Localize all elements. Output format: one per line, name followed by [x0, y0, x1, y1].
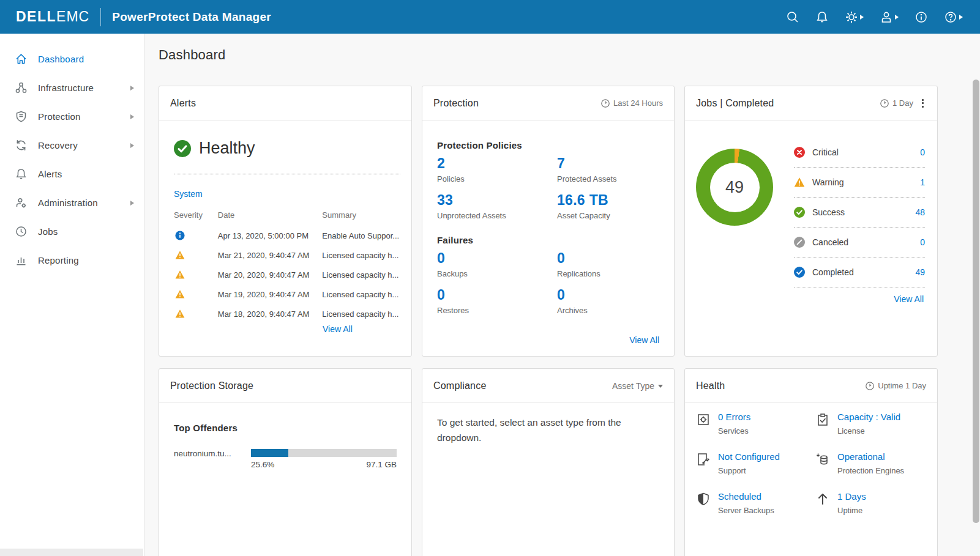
sidebar-item-infrastructure[interactable]: Infrastructure [0, 73, 144, 102]
info-button[interactable] [911, 7, 932, 28]
sidebar-item-label: Jobs [38, 226, 58, 237]
health-sublabel: Server Backups [718, 506, 774, 515]
list-item[interactable]: Success 48 [794, 198, 925, 228]
sidebar-item-administration[interactable]: Administration [0, 188, 144, 217]
health-item-license: Capacity : Valid License [815, 412, 930, 436]
user-menu-button[interactable] [876, 7, 902, 28]
sidebar: Dashboard Infrastructure Protection Reco… [0, 34, 144, 556]
protection-view-all-link[interactable]: View All [629, 335, 659, 345]
stat-label: Asset Capacity [557, 211, 677, 220]
legend-count[interactable]: 48 [915, 207, 925, 217]
table-row[interactable]: Apr 13, 2020, 5:00:00 PM Enable Auto Sup… [174, 226, 400, 245]
time-range-control[interactable]: 1 Day [880, 98, 926, 109]
support-status-link[interactable]: Not Configured [718, 451, 780, 462]
expand-arrow-icon[interactable] [130, 114, 134, 119]
help-icon [944, 10, 957, 24]
uptime-status-link[interactable]: 1 Days [837, 491, 866, 502]
sidebar-item-reporting[interactable]: Reporting [0, 246, 144, 275]
offender-bar-fill [251, 449, 288, 457]
stat-restores[interactable]: 0 Restores [437, 287, 557, 315]
alerts-card: Alerts Healthy System Severity Date [159, 86, 412, 357]
card-title: Alerts [170, 98, 196, 109]
stat-backups[interactable]: 0 Backups [437, 250, 557, 278]
services-icon [696, 412, 711, 427]
sidebar-item-label: Administration [38, 198, 98, 208]
list-item[interactable]: Critical 0 [794, 138, 925, 168]
sidebar-collapse-bar[interactable] [0, 549, 143, 556]
sidebar-item-alerts[interactable]: Alerts [0, 160, 144, 188]
list-item[interactable]: Completed 49 [794, 258, 925, 287]
alert-summary: Licensed capacity h... [322, 290, 400, 299]
legend-count[interactable]: 0 [920, 237, 925, 247]
expand-arrow-icon[interactable] [130, 201, 134, 206]
stat-replications[interactable]: 0 Replications [557, 250, 677, 278]
expand-arrow-icon[interactable] [130, 143, 134, 148]
stat-label: Protected Assets [557, 174, 677, 183]
page-title: Dashboard [159, 47, 225, 63]
stat-policies[interactable]: 2 Policies [437, 155, 557, 183]
sidebar-item-dashboard[interactable]: Dashboard [0, 45, 144, 73]
jobs-view-all-link[interactable]: View All [894, 294, 924, 304]
settings-button[interactable] [841, 7, 867, 28]
protection-storage-card-body: Top Offenders neutronium.tu... 25.6% 97.… [159, 403, 411, 480]
stat-value: 7 [557, 155, 677, 172]
jobs-donut-chart[interactable]: 49 [696, 149, 773, 305]
dell-emc-logo[interactable]: DELL EMC [16, 9, 89, 25]
table-row[interactable]: Mar 21, 2020, 9:40:47 AM Licensed capaci… [174, 245, 400, 265]
list-item[interactable]: neutronium.tu... 25.6% 97.1 GB [174, 449, 397, 469]
stat-asset-capacity[interactable]: 16.6 TB Asset Capacity [557, 192, 677, 220]
card-title: Jobs | Completed [696, 98, 774, 109]
dashboard-cards: Alerts Healthy System Severity Date [159, 86, 938, 556]
stat-label: Archives [557, 306, 677, 315]
legend-count[interactable]: 49 [915, 267, 925, 277]
column-severity: Severity [174, 210, 218, 220]
jobs-donut: 49 [696, 149, 773, 226]
warning-icon [175, 250, 185, 260]
table-row[interactable]: Mar 18, 2020, 9:40:47 AM Licensed capaci… [174, 304, 400, 324]
sidebar-item-label: Recovery [38, 140, 78, 150]
kebab-menu-icon[interactable] [919, 98, 926, 109]
table-row[interactable]: Mar 20, 2020, 9:40:47 AM Licensed capaci… [174, 265, 400, 284]
table-row[interactable]: Mar 19, 2020, 9:40:47 AM Licensed capaci… [174, 284, 400, 304]
help-button[interactable] [940, 7, 967, 28]
legend-count[interactable]: 0 [920, 147, 925, 157]
app-title: PowerProtect Data Manager [112, 10, 271, 24]
time-range-label: Last 24 Hours [613, 98, 663, 108]
expand-arrow-icon[interactable] [130, 86, 134, 91]
topbar-actions [782, 7, 980, 28]
main-content: Dashboard Alerts Healthy System [144, 34, 980, 556]
card-title: Compliance [433, 380, 486, 391]
notifications-button[interactable] [812, 7, 832, 28]
column-date: Date [218, 210, 323, 220]
stat-unprotected-assets[interactable]: 33 Unprotected Assets [437, 192, 557, 220]
list-item[interactable]: Warning 1 [794, 168, 925, 198]
sidebar-item-recovery[interactable]: Recovery [0, 131, 144, 160]
system-link[interactable]: System [174, 189, 203, 199]
vertical-scrollbar[interactable] [973, 80, 979, 523]
health-item-server-backups: Scheduled Server Backups [696, 491, 815, 515]
protection-card-body: Protection Policies 2 Policies 7 Protect… [422, 120, 674, 324]
stat-archives[interactable]: 0 Archives [557, 287, 677, 315]
time-range-control[interactable]: Last 24 Hours [601, 98, 663, 108]
asset-type-dropdown[interactable]: Asset Type [612, 381, 663, 391]
legend-count[interactable]: 1 [920, 177, 925, 187]
clock-icon [866, 382, 874, 390]
gear-icon [845, 10, 858, 24]
alerts-view-all-link[interactable]: View All [323, 324, 353, 334]
shield-icon [15, 110, 28, 123]
sidebar-item-jobs[interactable]: Jobs [0, 217, 144, 246]
list-item[interactable]: Canceled 0 [794, 228, 925, 258]
services-status-link[interactable]: 0 Errors [718, 412, 750, 422]
protection-engines-status-link[interactable]: Operational [837, 451, 885, 462]
alert-date: Mar 19, 2020, 9:40:47 AM [218, 290, 323, 299]
support-icon [696, 452, 711, 467]
stat-label: Unprotected Assets [437, 211, 557, 220]
offender-size: 97.1 GB [366, 460, 397, 469]
divider [174, 174, 400, 174]
sidebar-item-protection[interactable]: Protection [0, 102, 144, 131]
jobs-card-body: 49 Critical 0 Warning 1 [685, 120, 937, 305]
search-button[interactable] [782, 7, 803, 28]
server-backups-status-link[interactable]: Scheduled [718, 491, 761, 502]
license-status-link[interactable]: Capacity : Valid [837, 412, 900, 422]
stat-protected-assets[interactable]: 7 Protected Assets [557, 155, 677, 183]
